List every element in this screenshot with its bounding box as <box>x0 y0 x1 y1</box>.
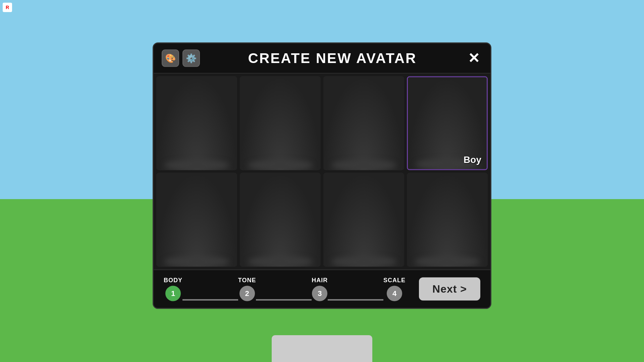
cell-backdrop-1 <box>156 76 237 170</box>
roblox-app-icon: R <box>3 3 12 12</box>
cell-backdrop-7 <box>323 173 404 267</box>
avatar-cell-6[interactable] <box>240 173 321 267</box>
cell-stage-8 <box>415 257 480 267</box>
cell-stage-6 <box>248 257 313 267</box>
step-body-circle[interactable]: 1 <box>165 286 181 301</box>
step-scale: SCALE 4 <box>383 277 406 301</box>
header-icons: 🎨 ⚙️ <box>162 50 200 67</box>
avatar-cell-8[interactable] <box>407 173 488 267</box>
avatar-cell-3[interactable] <box>323 76 404 170</box>
palette-button[interactable]: 🎨 <box>162 50 179 67</box>
step-tone-circle[interactable]: 2 <box>239 286 255 301</box>
avatar-grid: Boy <box>154 74 490 269</box>
next-button[interactable]: Next > <box>419 278 480 301</box>
cell-backdrop-6 <box>240 173 321 267</box>
step-hair-label: HAIR <box>312 277 328 284</box>
cell-stage-2 <box>248 160 313 170</box>
cell-stage-3 <box>331 160 396 170</box>
step-body-label: BODY <box>164 277 182 284</box>
avatar-cell-7[interactable] <box>323 173 404 267</box>
modal-footer: BODY 1 TONE 2 HAIR <box>154 269 490 308</box>
step-line-3 <box>328 299 383 301</box>
step-body: BODY 1 <box>164 277 182 301</box>
cell-backdrop-8 <box>407 173 488 267</box>
step-scale-label: SCALE <box>383 277 406 284</box>
avatar-cell-2[interactable] <box>240 76 321 170</box>
settings-button[interactable]: ⚙️ <box>182 50 200 67</box>
boy-label: Boy <box>464 155 481 165</box>
cell-backdrop-3 <box>323 76 404 170</box>
close-button[interactable]: ✕ <box>465 50 482 67</box>
avatar-cell-5[interactable] <box>156 173 237 267</box>
step-tone-label: TONE <box>238 277 256 284</box>
modal-header: 🎨 ⚙️ CREATE NEW AVATAR ✕ <box>154 44 490 74</box>
avatar-cell-1[interactable] <box>156 76 237 170</box>
modal-wrapper: 🎨 ⚙️ CREATE NEW AVATAR ✕ <box>153 43 491 309</box>
progress-steps: BODY 1 TONE 2 HAIR <box>164 277 406 301</box>
step-line-1 <box>182 299 238 301</box>
step-tone: TONE 2 <box>238 277 256 301</box>
step-hair-circle[interactable]: 3 <box>312 286 327 301</box>
cell-backdrop-2 <box>240 76 321 170</box>
platform <box>272 335 372 362</box>
cell-backdrop-5 <box>156 173 237 267</box>
create-avatar-modal: 🎨 ⚙️ CREATE NEW AVATAR ✕ <box>153 43 491 309</box>
modal-title: CREATE NEW AVATAR <box>200 50 465 66</box>
step-hair: HAIR 3 <box>312 277 328 301</box>
cell-stage-7 <box>331 257 396 267</box>
step-scale-circle[interactable]: 4 <box>387 286 402 301</box>
cell-stage-5 <box>164 257 229 267</box>
cell-stage-1 <box>164 160 229 170</box>
step-line-2 <box>256 299 312 301</box>
avatar-cell-4[interactable]: Boy <box>407 76 488 170</box>
